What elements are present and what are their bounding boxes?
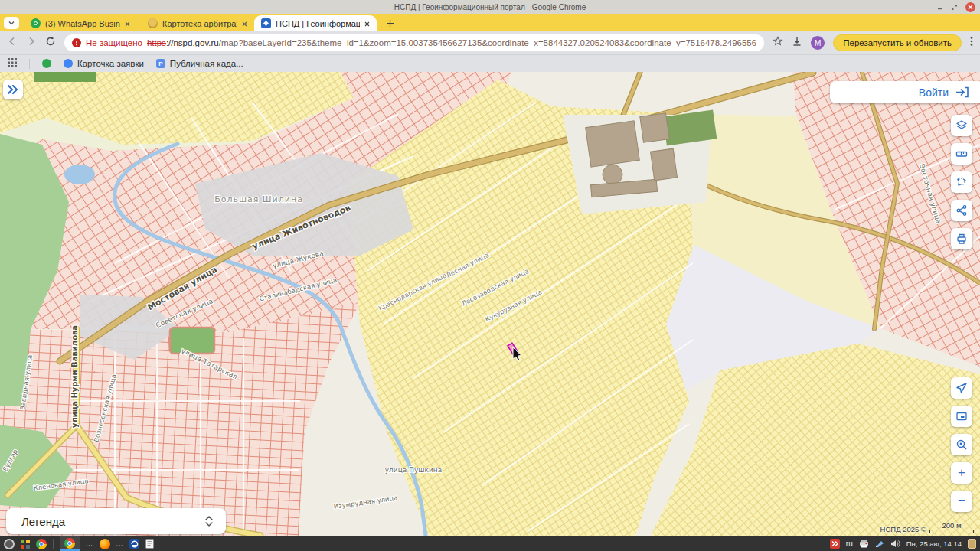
new-tab-button[interactable] — [383, 16, 397, 30]
zoom-out-button[interactable]: − — [951, 491, 972, 512]
ruler-icon — [956, 148, 968, 160]
notepad-window[interactable] — [145, 539, 154, 549]
green-site-icon[interactable] — [42, 59, 51, 68]
industrial-area — [563, 110, 717, 214]
taskbar-divider — [53, 539, 54, 549]
bookmark-label: Публичная када... — [170, 59, 243, 68]
map-attribution: НСПД 2025 © — [880, 525, 926, 533]
sidebar-expand-button[interactable] — [3, 80, 23, 99]
tab-label: Картотека арбитражных д — [162, 19, 237, 28]
layers-button[interactable] — [951, 115, 972, 136]
whatsapp-favicon-icon — [31, 18, 41, 28]
forward-icon[interactable] — [26, 36, 37, 50]
chrome-window-active[interactable] — [60, 536, 80, 551]
not-secure-icon — [72, 38, 81, 47]
tab-label: (3) WhatsApp Business — [45, 19, 120, 28]
geolocate-button[interactable] — [951, 377, 972, 399]
map-canvas[interactable]: улица Животноводов Мостовая улица Советс… — [0, 72, 980, 536]
scale-label: 200 м — [929, 521, 974, 530]
login-bar[interactable]: Войти — [830, 81, 980, 103]
close-icon[interactable] — [965, 2, 975, 12]
back-icon[interactable] — [7, 36, 18, 50]
window-title: НСПД | Геоинформационный портал - Google… — [394, 3, 586, 11]
show-desktop-button[interactable] — [968, 539, 976, 549]
keyboard-layout[interactable]: ru — [846, 540, 853, 548]
tab-nspd-active[interactable]: НСПД | Геоинформационн — [254, 15, 377, 31]
maximize-icon[interactable] — [951, 4, 958, 11]
mint-menu-icon[interactable] — [4, 539, 15, 549]
tab-whatsapp[interactable]: (3) WhatsApp Business — [24, 15, 137, 31]
bookmark-star-icon[interactable] — [773, 36, 783, 50]
tab-search-button[interactable] — [4, 17, 19, 29]
bookmarks-bar: Карточка заявки P Публичная када... — [0, 54, 980, 72]
street-label: улица Нурми Вавилова — [70, 325, 79, 428]
menu-kebab-icon[interactable] — [970, 36, 973, 50]
geolocate-icon — [956, 382, 968, 394]
clock[interactable]: Пн, 25 авг, 14:14 — [906, 540, 962, 548]
tab-divider — [139, 19, 139, 28]
search-area-button[interactable] — [951, 434, 972, 455]
tab-label: НСПД | Геоинформационн — [276, 19, 360, 28]
measure-button[interactable] — [951, 143, 972, 165]
window-title-overflow: ... — [116, 540, 124, 547]
scale-bar: 200 м — [929, 521, 974, 533]
indicator-icon[interactable] — [830, 539, 840, 549]
edge-window[interactable] — [129, 539, 139, 549]
double-chevron-right-icon — [7, 85, 19, 94]
collapse-expand-icon[interactable] — [204, 515, 214, 527]
tab-strip: (3) WhatsApp Business Картотека арбитраж… — [0, 14, 980, 31]
scale-line — [929, 530, 974, 533]
polygon-select-icon — [956, 176, 968, 188]
bookmarks-divider — [29, 59, 30, 69]
place-label: Большая Шилина — [214, 194, 303, 204]
share-button[interactable] — [951, 200, 972, 221]
nspd-favicon-icon — [261, 18, 271, 28]
login-label[interactable]: Войти — [919, 86, 949, 99]
zoom-in-button[interactable]: + — [951, 462, 972, 484]
apps-grid-launcher-icon[interactable] — [21, 540, 30, 549]
share-icon — [956, 204, 968, 217]
overview-map-button[interactable] — [951, 406, 972, 427]
chrome-icon — [64, 538, 75, 549]
select-area-button[interactable] — [951, 171, 972, 193]
pond — [64, 165, 95, 184]
url-scheme: https — [147, 38, 166, 47]
layers-icon — [956, 119, 968, 132]
security-chip[interactable]: Не защищено — [86, 38, 142, 47]
printer-tray-icon[interactable] — [859, 540, 869, 548]
map-container: улица Животноводов Мостовая улица Советс… — [0, 72, 980, 536]
kartoteka-favicon-icon — [148, 18, 158, 28]
minimize-icon[interactable] — [937, 4, 943, 10]
stadium — [170, 328, 214, 354]
url-text: https://nspd.gov.ru/map?baseLayerId=235&… — [147, 38, 756, 47]
tab-close-icon[interactable] — [242, 19, 247, 28]
address-bar[interactable]: Не защищено https://nspd.gov.ru/map?base… — [64, 34, 764, 51]
legend-label: Легенда — [21, 515, 65, 528]
apps-grid-icon[interactable] — [8, 57, 17, 70]
restart-update-button[interactable]: Перезапустить и обновить — [833, 34, 962, 51]
login-icon — [956, 86, 969, 98]
print-button[interactable] — [951, 228, 972, 249]
street-label: улица Пушкина — [385, 466, 442, 474]
print-icon — [956, 233, 968, 245]
browser-toolbar: Не защищено https://nspd.gov.ru/map?base… — [0, 31, 980, 54]
bookmark-favicon-icon — [64, 59, 73, 68]
legend-panel[interactable]: Легенда — [6, 508, 226, 534]
profile-avatar[interactable]: M — [811, 36, 825, 50]
bookmark-public-cadastre[interactable]: P Публичная када... — [156, 59, 243, 68]
download-icon[interactable] — [792, 36, 802, 50]
window-titlebar: НСПД | Геоинформационный портал - Google… — [0, 0, 980, 14]
tab-close-icon[interactable] — [125, 19, 130, 28]
tool-flag-icon[interactable] — [875, 540, 884, 548]
bookmark-favicon-icon: P — [156, 59, 165, 68]
chrome-launcher-icon[interactable] — [36, 539, 47, 549]
firefox-window[interactable] — [100, 539, 110, 549]
reload-icon[interactable] — [45, 36, 56, 50]
tab-kartoteka[interactable]: Картотека арбитражных д — [141, 15, 254, 31]
volume-icon[interactable] — [890, 540, 900, 548]
search-icon — [956, 439, 968, 451]
bookmark-kartochka[interactable]: Карточка заявки — [64, 59, 144, 68]
bookmark-label: Карточка заявки — [77, 59, 144, 68]
url-host: ://nspd.gov.ru — [166, 38, 219, 47]
tab-close-icon[interactable] — [364, 19, 370, 28]
